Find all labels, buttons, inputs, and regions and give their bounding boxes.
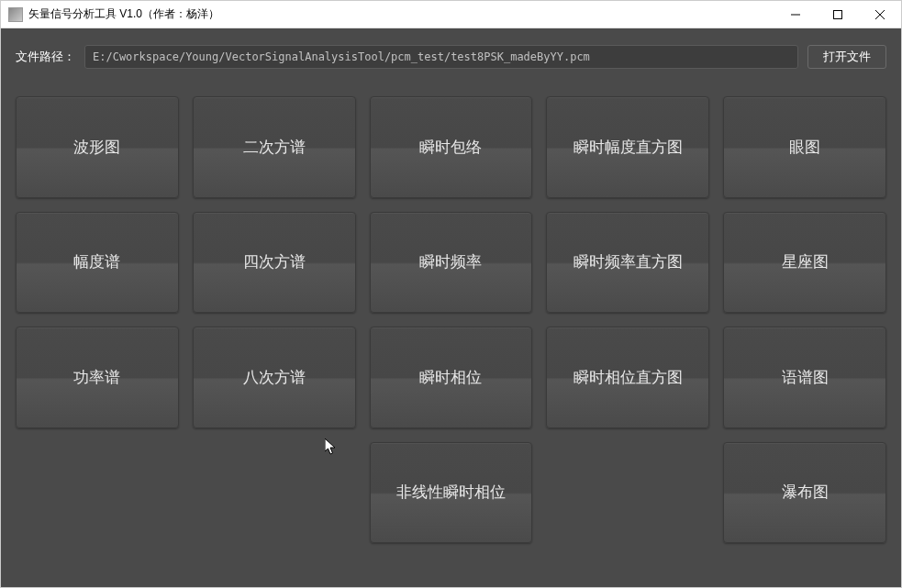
filepath-input[interactable] xyxy=(84,45,798,69)
svg-rect-1 xyxy=(834,10,842,18)
eye-diagram-button[interactable]: 眼图 xyxy=(723,96,886,198)
window-title: 矢量信号分析工具 V1.0（作者：杨洋） xyxy=(28,6,774,22)
instant-frequency-histogram-button[interactable]: 瞬时频率直方图 xyxy=(546,212,709,314)
filepath-label: 文件路径： xyxy=(16,49,75,65)
minimize-button[interactable] xyxy=(774,1,817,28)
waterfall-button[interactable]: 瀑布图 xyxy=(723,442,886,544)
window-controls xyxy=(774,1,901,28)
nonlinear-instant-phase-button[interactable]: 非线性瞬时相位 xyxy=(370,442,533,544)
maximize-button[interactable] xyxy=(817,1,859,28)
instant-envelope-button[interactable]: 瞬时包络 xyxy=(370,96,533,198)
spectrogram-button[interactable]: 语谱图 xyxy=(723,327,886,428)
analysis-button-grid: 波形图 二次方谱 瞬时包络 瞬时幅度直方图 眼图 幅度谱 四次方谱 瞬时频率 瞬… xyxy=(16,96,886,543)
filepath-row: 文件路径： 打开文件 xyxy=(16,45,886,69)
constellation-button[interactable]: 星座图 xyxy=(723,212,886,314)
content-area: 文件路径： 打开文件 波形图 二次方谱 瞬时包络 瞬时幅度直方图 眼图 幅度谱 … xyxy=(1,28,901,587)
fourth-power-spectrum-button[interactable]: 四次方谱 xyxy=(193,212,356,314)
main-window: 矢量信号分析工具 V1.0（作者：杨洋） 文件路径： 打开文件 波形图 二次方谱… xyxy=(0,0,902,588)
instant-phase-button[interactable]: 瞬时相位 xyxy=(370,327,533,428)
close-button[interactable] xyxy=(859,1,901,28)
power-spectrum-button[interactable]: 功率谱 xyxy=(16,327,179,428)
titlebar: 矢量信号分析工具 V1.0（作者：杨洋） xyxy=(1,1,901,28)
app-icon xyxy=(8,7,23,22)
instant-frequency-button[interactable]: 瞬时频率 xyxy=(370,212,533,314)
waveform-button[interactable]: 波形图 xyxy=(16,96,179,198)
amplitude-spectrum-button[interactable]: 幅度谱 xyxy=(16,212,179,314)
eighth-power-spectrum-button[interactable]: 八次方谱 xyxy=(193,327,356,428)
instant-phase-histogram-button[interactable]: 瞬时相位直方图 xyxy=(546,327,709,428)
open-file-button[interactable]: 打开文件 xyxy=(807,45,886,69)
second-power-spectrum-button[interactable]: 二次方谱 xyxy=(193,96,356,198)
instant-amplitude-histogram-button[interactable]: 瞬时幅度直方图 xyxy=(546,96,709,198)
